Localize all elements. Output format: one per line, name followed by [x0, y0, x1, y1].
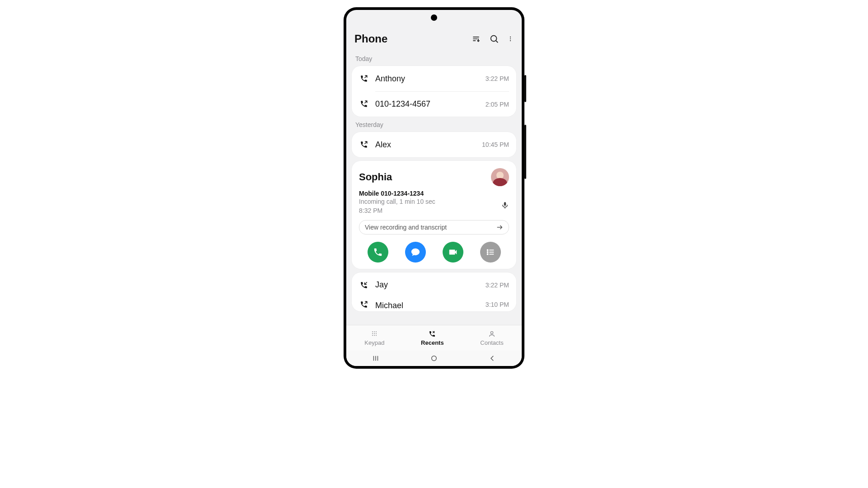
video-call-button[interactable] — [443, 242, 463, 263]
search-icon — [489, 34, 499, 44]
detail-desc: Incoming call, 1 min 10 sec — [359, 198, 435, 205]
call-name: Jay — [375, 280, 486, 290]
screen: Phone — [346, 10, 522, 366]
front-camera — [431, 14, 437, 21]
recents-list: Today Anthony 3:22 PM — [346, 51, 522, 325]
call-time: 3:22 PM — [486, 75, 509, 82]
keypad-icon — [370, 330, 379, 338]
tab-recents[interactable]: Recents — [421, 330, 444, 346]
call-name: Anthony — [375, 74, 486, 84]
svg-point-11 — [487, 249, 488, 250]
svg-point-6 — [510, 37, 511, 38]
message-icon — [410, 247, 420, 257]
more-button[interactable] — [507, 34, 514, 44]
svg-point-23 — [372, 335, 373, 336]
call-time: 3:22 PM — [486, 282, 509, 289]
android-recents-button[interactable] — [372, 354, 380, 362]
call-time: 10:45 PM — [482, 141, 509, 148]
yesterday-card-2: Jay 3:22 PM Michael 3:10 PM — [352, 272, 516, 311]
svg-point-20 — [372, 333, 373, 334]
outgoing-call-icon — [359, 74, 369, 84]
app-header: Phone — [346, 28, 522, 51]
search-button[interactable] — [489, 34, 499, 44]
call-time: 2:05 PM — [486, 101, 509, 108]
tab-label: Keypad — [364, 339, 384, 346]
android-back-button[interactable] — [488, 354, 496, 362]
call-detail-card: Sophia Mobile 010-1234-1234 Incoming cal… — [352, 161, 516, 269]
contact-avatar[interactable] — [491, 168, 509, 186]
svg-point-26 — [491, 331, 493, 333]
svg-point-17 — [372, 331, 373, 332]
yesterday-card-1: Alex 10:45 PM — [352, 132, 516, 157]
recents-icon — [428, 330, 437, 338]
bottom-tab-bar: Keypad Recents — [346, 325, 522, 351]
svg-point-22 — [376, 333, 377, 334]
svg-point-25 — [376, 335, 377, 336]
call-row[interactable]: Alex 10:45 PM — [352, 132, 516, 157]
android-home-button[interactable] — [430, 354, 438, 362]
svg-point-8 — [510, 40, 511, 41]
page-title: Phone — [354, 33, 471, 45]
contacts-icon — [487, 330, 496, 338]
microphone-icon — [501, 201, 509, 209]
video-icon — [448, 247, 458, 257]
svg-point-19 — [376, 331, 377, 332]
recording-indicator — [501, 201, 509, 211]
phone-frame: Phone — [344, 7, 524, 369]
incoming-call-icon — [359, 280, 369, 290]
svg-line-5 — [496, 41, 498, 42]
detail-contact-name: Sophia — [359, 171, 491, 183]
detail-action-row — [359, 242, 509, 263]
svg-point-15 — [487, 253, 488, 254]
tab-keypad[interactable]: Keypad — [364, 330, 384, 346]
call-time: 3:10 PM — [486, 301, 509, 308]
detail-call-info: Incoming call, 1 min 10 sec 8:32 PM — [359, 197, 501, 216]
call-name: 010-1234-4567 — [375, 99, 486, 109]
header-actions — [471, 34, 514, 44]
pill-label: View recording and transcript — [365, 224, 496, 231]
call-name: Michael — [375, 301, 486, 310]
today-card: Anthony 3:22 PM 010-1234-4567 2:05 PM — [352, 66, 516, 117]
call-row[interactable]: Anthony 3:22 PM — [352, 66, 516, 91]
svg-point-13 — [487, 251, 488, 252]
tab-label: Contacts — [480, 339, 503, 346]
outgoing-call-icon — [359, 99, 369, 109]
message-button[interactable] — [405, 242, 426, 263]
svg-point-21 — [374, 333, 375, 334]
section-yesterday: Yesterday — [352, 117, 516, 132]
view-transcript-button[interactable]: View recording and transcript — [359, 220, 509, 235]
more-vertical-icon — [507, 35, 514, 43]
tab-label: Recents — [421, 339, 444, 346]
svg-point-7 — [510, 38, 511, 39]
svg-point-18 — [374, 331, 375, 332]
phone-icon — [373, 247, 383, 257]
android-nav-bar — [346, 351, 522, 366]
call-row[interactable]: 010-1234-4567 2:05 PM — [352, 91, 516, 117]
call-button[interactable] — [368, 242, 388, 263]
svg-point-30 — [432, 356, 437, 361]
call-row[interactable]: Michael 3:10 PM — [352, 298, 516, 311]
call-row[interactable]: Jay 3:22 PM — [352, 272, 516, 298]
svg-point-4 — [491, 36, 497, 42]
tab-contacts[interactable]: Contacts — [480, 330, 503, 346]
list-icon — [486, 247, 495, 257]
arrow-right-icon — [496, 224, 503, 231]
filter-button[interactable] — [471, 34, 481, 44]
section-today: Today — [352, 51, 516, 66]
detail-header: Sophia — [359, 168, 509, 186]
detail-time: 8:32 PM — [359, 207, 382, 214]
app-content: Phone — [346, 28, 522, 366]
history-button[interactable] — [480, 242, 501, 263]
detail-phone: Mobile 010-1234-1234 — [359, 190, 509, 197]
filter-icon — [472, 34, 481, 43]
outgoing-call-icon — [359, 300, 369, 310]
svg-point-24 — [374, 335, 375, 336]
outgoing-call-icon — [359, 140, 369, 150]
call-name: Alex — [375, 140, 482, 150]
